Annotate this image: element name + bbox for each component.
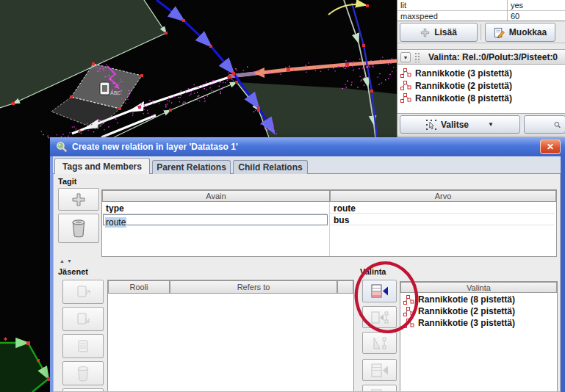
- tab-child-relations[interactable]: Child Relations: [233, 160, 308, 174]
- copy-down-icon: [75, 311, 91, 327]
- tag-key-cell[interactable]: type: [102, 203, 327, 214]
- members-role-header: Rooli: [108, 280, 170, 294]
- edit-tag-label: Muokkaa: [509, 27, 547, 37]
- properties-table: lit yes maxspeed 60: [397, 0, 565, 21]
- tag-key-editor-text: route: [105, 217, 126, 228]
- tab-label: Child Relations: [238, 162, 302, 173]
- members-extra-header: [337, 280, 353, 294]
- property-value: yes: [511, 1, 523, 10]
- tag-key-editor[interactable]: route: [103, 214, 328, 225]
- way-icon: [403, 307, 414, 316]
- selection-button-bar: Valitse ▼: [397, 113, 565, 135]
- tags-key-header: Avain: [102, 190, 330, 202]
- trash-icon: [76, 366, 90, 382]
- delete-tag-row-button[interactable]: [58, 214, 99, 243]
- dialog-body: Tags and Members Parent Relations Child …: [53, 156, 561, 392]
- selection-row-label: Rannikkotie (2 pistettä): [418, 306, 515, 316]
- selection-row-label: Rannikkotie (3 pistettä): [418, 318, 515, 328]
- sort-members-button[interactable]: [62, 388, 104, 392]
- list-item-label: Rannikkotie (3 pistettä): [415, 68, 512, 79]
- remove-member-button[interactable]: [62, 361, 104, 385]
- move-member-down-button[interactable]: [62, 307, 104, 331]
- property-key: lit: [400, 1, 406, 10]
- way-icon: [400, 68, 411, 78]
- plus-icon: [71, 192, 86, 207]
- select-members-button[interactable]: [362, 332, 397, 354]
- edit-pencil-icon: [494, 27, 505, 38]
- tab-parent-relations[interactable]: Parent Relations: [152, 160, 231, 174]
- add-all-selection-button[interactable]: [362, 359, 397, 381]
- list-item[interactable]: Rannikkotie (3 pistettä): [397, 67, 565, 79]
- svg-text:ABC: ABC: [110, 90, 120, 95]
- split-collapse-up[interactable]: ▲: [60, 258, 65, 264]
- add-selected-list-icon: [371, 389, 389, 392]
- plus-icon: [420, 28, 430, 37]
- trash-icon: [71, 219, 87, 238]
- table-column-divider: [329, 202, 330, 256]
- selection-row-label: Rannikkotie (8 pistettä): [418, 294, 515, 305]
- members-section-label: Jäsenet: [58, 267, 88, 276]
- add-selected-node-icon: [371, 311, 389, 324]
- tab-label: Parent Relations: [156, 162, 226, 173]
- edit-tag-button[interactable]: Muokkaa: [485, 23, 555, 42]
- add-selection-to-members-button[interactable]: [362, 280, 397, 302]
- way-icon: [400, 81, 411, 90]
- close-button[interactable]: ✕: [540, 139, 561, 154]
- tab-tags-and-members[interactable]: Tags and Members: [54, 158, 150, 174]
- list-item[interactable]: Rannikkotie (2 pistettä): [397, 79, 565, 92]
- select-button[interactable]: Valitse ▼: [400, 115, 520, 134]
- table-row[interactable]: Rannikkotie (2 pistettä): [400, 305, 557, 317]
- table-row[interactable]: maxspeed 60: [397, 11, 565, 21]
- dialog-selection-table: Valinta Rannikkotie (8 pistettä) Rannikk…: [400, 281, 558, 392]
- create-relation-dialog: Create new relation in layer 'Datataso 1…: [50, 137, 565, 392]
- search-button-partial[interactable]: [524, 115, 565, 134]
- magnifier-icon: [554, 120, 561, 130]
- tag-value-cell[interactable]: bus: [330, 214, 555, 225]
- move-member-up-button[interactable]: [62, 280, 104, 304]
- split-collapse-down[interactable]: ▼: [67, 258, 72, 264]
- list-item-label: Rannikkotie (8 pistettä): [415, 93, 512, 104]
- tab-content: Tagit Avain Arvo type route route bus ▲: [53, 174, 561, 392]
- table-row[interactable]: Rannikkotie (8 pistettä): [400, 294, 557, 305]
- add-selection-below-button[interactable]: [362, 306, 397, 328]
- selection-column-header: Valinta: [400, 282, 557, 293]
- close-icon: ✕: [547, 142, 554, 152]
- way-icon: [400, 93, 411, 103]
- drag-handle[interactable]: [414, 52, 421, 62]
- properties-button-bar: Lisää Muokkaa: [397, 21, 565, 43]
- add-selected-list-icon: [371, 363, 389, 377]
- add-tag-row-button[interactable]: [58, 188, 99, 211]
- select-cursor-icon: [426, 120, 436, 130]
- column-divider: [507, 11, 508, 21]
- way-icon: [403, 295, 414, 305]
- relation-dialog-icon: [56, 141, 68, 153]
- add-tag-label: Lisää: [434, 27, 457, 37]
- add-selection-extra-button[interactable]: [362, 385, 397, 392]
- toolbar-separator: [481, 24, 481, 40]
- column-divider: [507, 0, 508, 11]
- document-icon: [75, 338, 91, 355]
- chevron-down-icon: ▼: [403, 55, 409, 60]
- add-tag-button[interactable]: Lisää: [400, 23, 478, 42]
- tags-table: Avain Arvo type route route bus: [101, 189, 557, 257]
- edit-member-button[interactable]: [62, 334, 104, 358]
- copy-up-icon: [75, 284, 91, 300]
- tab-label: Tags and Members: [62, 161, 142, 172]
- property-key: maxspeed: [400, 12, 438, 21]
- split-pane-divider[interactable]: ▲ ▼: [55, 259, 558, 266]
- list-item-label: Rannikkotie (2 pistettä): [415, 81, 512, 91]
- collapse-button[interactable]: ▼: [400, 52, 411, 62]
- triangle-node-icon: [371, 336, 389, 350]
- tag-value-cell[interactable]: route: [330, 203, 555, 214]
- dialog-title-text: Create new relation in layer 'Datataso 1…: [72, 142, 238, 152]
- table-row[interactable]: lit yes: [397, 0, 565, 11]
- dialog-titlebar[interactable]: Create new relation in layer 'Datataso 1…: [50, 137, 565, 156]
- list-item[interactable]: Rannikkotie (8 pistettä): [397, 92, 565, 104]
- selection-panel-title: Valinta: Rel.:0/Polut:3/Pisteet:0: [428, 52, 558, 62]
- selection-list: Rannikkotie (3 pistettä) Rannikkotie (2 …: [397, 65, 565, 113]
- table-row[interactable]: Rannikkotie (3 pistettä): [400, 317, 557, 329]
- add-selected-list-icon: [371, 284, 389, 298]
- tags-value-header: Arvo: [330, 190, 556, 202]
- tab-bar: Tags and Members Parent Relations Child …: [53, 156, 561, 174]
- dialog-selection-label: Valinta: [360, 267, 386, 276]
